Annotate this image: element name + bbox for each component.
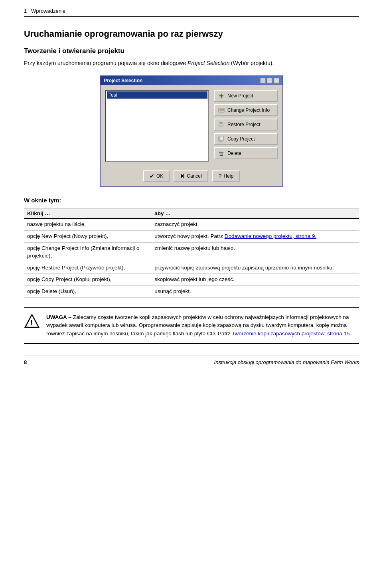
col-kliknij: Kliknij … [24, 209, 151, 219]
page-header: 1 Wprowadzenie [24, 8, 359, 17]
restore-project-label: Restore Project [227, 122, 261, 127]
new-project-label: New Project [227, 93, 253, 99]
kliknij-3: opcję Change Project Info (Zmiana inform… [24, 242, 151, 262]
delete-button[interactable]: 🗑 Delete [214, 147, 278, 159]
dialog-title: Project Selection [104, 78, 142, 83]
copy-project-label: Copy Project [227, 136, 255, 142]
project-list-item[interactable]: Test [107, 91, 207, 99]
section-title: Tworzenie i otwieranie projektu [24, 47, 359, 55]
warning-label: UWAGA [46, 314, 67, 320]
backup-link[interactable]: Tworzenie kopii zapasowych projektów, st… [232, 331, 351, 337]
svg-text:!: ! [30, 318, 33, 327]
copy-project-icon [218, 135, 225, 143]
dialog-titlebar: Project Selection _ □ ✕ [101, 76, 282, 85]
table-row: opcję Restore Project (Przywróć projekt)… [24, 262, 359, 274]
aby-6: usunąć projekt. [151, 286, 359, 298]
change-project-icon [218, 107, 225, 114]
cancel-button[interactable]: ✖ Cancel [174, 170, 208, 182]
warning-icon: ! [24, 313, 40, 329]
kliknij-4: opcję Restore Project (Przywróć projekt)… [24, 262, 151, 274]
intro-text: Przy każdym uruchomieniu programu pojawi… [24, 59, 359, 67]
kliknij-1: nazwę projektu na liście, [24, 218, 151, 230]
dialog-content: Test ✚ New Project Change Project Info [101, 85, 282, 166]
ok-label: OK [156, 173, 163, 179]
help-label: Help [223, 173, 233, 179]
new-project-icon: ✚ [218, 92, 225, 99]
footer-text: Instrukcja obsługi oprogramowania do map… [214, 359, 359, 365]
w-oknie-heading: W oknie tym: [24, 197, 359, 204]
info-table: Kliknij … aby … nazwę projektu na liście… [24, 208, 359, 298]
svg-rect-5 [220, 122, 222, 124]
dialog-titlebar-buttons: _ □ ✕ [260, 78, 279, 83]
delete-label: Delete [227, 150, 241, 156]
copy-project-button[interactable]: Copy Project [214, 133, 278, 145]
dialog-maximize-btn[interactable]: □ [267, 78, 272, 83]
svg-rect-1 [219, 109, 222, 111]
aby-3: zmienić nazwę projektu lub hasło. [151, 242, 359, 262]
table-row: opcję Change Project Info (Zmiana inform… [24, 242, 359, 262]
cancel-icon: ✖ [180, 173, 185, 179]
kliknij-5: opcję Copy Project (Kopiuj projekt), [24, 274, 151, 286]
restore-project-button[interactable]: Restore Project [214, 119, 278, 131]
svg-rect-3 [222, 111, 224, 111]
ok-button[interactable]: ✔ OK [143, 170, 170, 182]
svg-rect-6 [221, 125, 221, 126]
table-row: opcję New Project (Nowy projekt), utworz… [24, 230, 359, 242]
new-project-link[interactable]: Dodawanie nowego projektu, strona 9. [225, 233, 316, 239]
delete-icon: 🗑 [218, 150, 225, 157]
dialog-minimize-btn[interactable]: _ [260, 78, 266, 83]
dialog-box: Project Selection _ □ ✕ Test ✚ New Proje… [100, 75, 283, 187]
aby-2: utworzyć nowy projekt. Patrz Dodawanie n… [151, 230, 359, 242]
table-row: opcję Copy Project (Kopiuj projekt), sko… [24, 274, 359, 286]
table-row: nazwę projektu na liście, zaznaczyć proj… [24, 218, 359, 230]
dialog-buttons-panel: ✚ New Project Change Project Info Rest [214, 90, 278, 162]
project-list[interactable]: Test [105, 90, 209, 162]
aby-4: przywrócić kopię zapasową projektu zapis… [151, 262, 359, 274]
dialog-close-btn[interactable]: ✕ [274, 78, 279, 83]
svg-rect-8 [220, 136, 223, 141]
dialog-footer: ✔ OK ✖ Cancel ? Help [101, 166, 282, 186]
table-row: opcję Delete (Usuń), usunąć projekt. [24, 286, 359, 298]
svg-rect-2 [222, 109, 224, 110]
new-project-button[interactable]: ✚ New Project [214, 90, 278, 102]
chapter-label: 1 Wprowadzenie [24, 8, 65, 14]
page-number: 8 [24, 359, 27, 365]
cancel-label: Cancel [187, 173, 201, 179]
restore-project-icon [218, 121, 225, 128]
ok-icon: ✔ [150, 173, 154, 179]
aby-1: zaznaczyć projekt. [151, 218, 359, 230]
help-icon: ? [219, 173, 222, 179]
chapter-title: Uruchamianie oprogramowania po raz pierw… [24, 29, 359, 39]
kliknij-6: opcję Delete (Usuń), [24, 286, 151, 298]
aby-5: skopiować projekt lub jego część. [151, 274, 359, 286]
kliknij-2: opcję New Project (Nowy projekt), [24, 230, 151, 242]
change-project-info-button[interactable]: Change Project Info [214, 104, 278, 116]
warning-box: ! UWAGA – Zalecamy częste tworzenie kopi… [24, 307, 359, 344]
page-footer: 8 Instrukcja obsługi oprogramowania do m… [24, 356, 359, 365]
help-button[interactable]: ? Help [212, 170, 240, 182]
change-project-info-label: Change Project Info [227, 107, 270, 113]
col-aby: aby … [151, 209, 359, 219]
warning-text: UWAGA – Zalecamy częste tworzenie kopii … [46, 313, 359, 338]
dialog-screenshot: Project Selection _ □ ✕ Test ✚ New Proje… [24, 75, 359, 187]
